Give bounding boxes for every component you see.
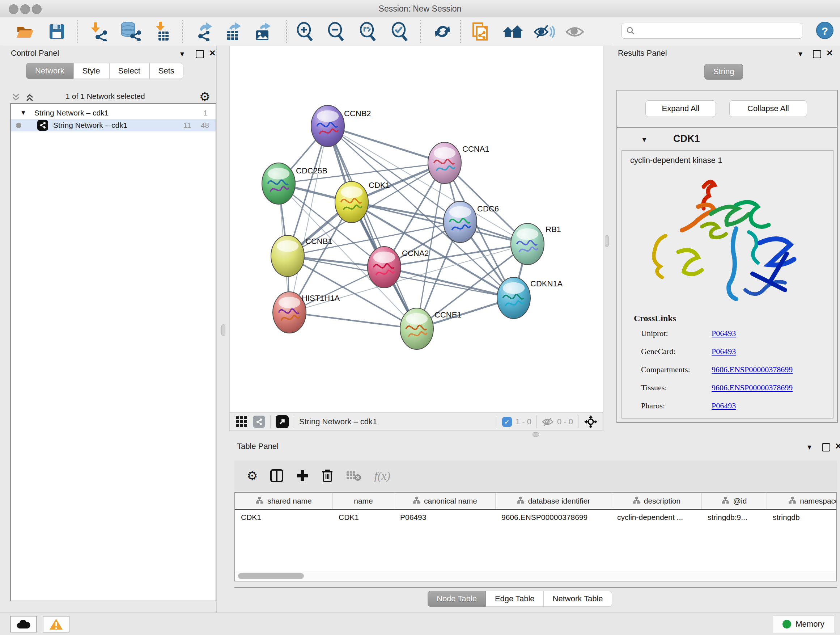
zoom-selected-icon[interactable] — [390, 22, 409, 41]
edge-CCNB2-CCNA1[interactable] — [328, 126, 445, 163]
table-cell[interactable]: CDK1 — [333, 513, 394, 522]
column-header-namespace[interactable]: namespace — [767, 493, 837, 509]
network-canvas[interactable]: CCNB2CCNA1CDC25BCDK1CDC6RB1CCNB1CCNA2CDK… — [229, 46, 603, 413]
export-network-icon[interactable] — [195, 22, 214, 41]
selected-checkbox-icon[interactable]: ✓ — [502, 417, 512, 427]
tab-edge-table[interactable]: Edge Table — [486, 591, 544, 607]
import-database-icon[interactable] — [118, 22, 142, 41]
column-header-name[interactable]: name — [333, 493, 394, 509]
panel-float-button[interactable]: ▾ — [798, 49, 802, 59]
search-input[interactable] — [635, 27, 792, 35]
hidden-eye-slash-icon[interactable] — [542, 417, 554, 426]
node-label-CCNA1: CCNA1 — [462, 144, 489, 154]
left-splitter-handle[interactable] — [221, 325, 225, 336]
node-CDKN1A[interactable] — [497, 277, 531, 318]
panel-close-button[interactable]: ✕ — [826, 49, 833, 58]
delete-column-trash-icon[interactable] — [321, 469, 333, 483]
column-header-shared-name[interactable]: shared name — [235, 493, 333, 509]
network-type-icon[interactable] — [253, 416, 265, 428]
table-cell[interactable]: stringdb — [767, 513, 837, 522]
network-options-gear-icon[interactable]: ⚙ — [199, 90, 210, 103]
network-row-selected[interactable]: String Network – cdk1 11 48 — [11, 119, 216, 131]
open-session-icon[interactable] — [15, 22, 35, 41]
scrollbar-thumb[interactable] — [238, 573, 304, 579]
panel-maximize-button[interactable] — [822, 443, 830, 451]
table-cell[interactable]: cyclin-dependent ... — [611, 513, 702, 522]
edge-HIST1H1A-CCNE1[interactable] — [289, 312, 417, 329]
export-image-icon[interactable] — [253, 22, 273, 41]
help-button[interactable]: ? — [816, 22, 834, 39]
tab-node-table[interactable]: Node Table — [428, 591, 486, 607]
memory-button[interactable]: Memory — [773, 615, 834, 633]
zoom-out-icon[interactable] — [326, 22, 346, 41]
panel-maximize-button[interactable] — [196, 50, 204, 58]
tab-network[interactable]: Network — [26, 63, 73, 79]
birds-eye-view-icon[interactable] — [235, 416, 248, 428]
search-box[interactable] — [622, 23, 802, 39]
edge-CCNB2-HIST1H1A[interactable] — [289, 126, 328, 312]
tab-select[interactable]: Select — [109, 63, 149, 79]
node-RB1[interactable] — [511, 223, 544, 264]
expand-all-button[interactable]: Expand All — [645, 100, 716, 117]
edge-CCNB2-CCNE1[interactable] — [328, 126, 417, 329]
node-CDC25B[interactable] — [262, 163, 295, 204]
column-header-description[interactable]: description — [611, 493, 702, 509]
node-CCNB1[interactable] — [271, 235, 304, 277]
column-header-canonical-name[interactable]: canonical name — [394, 493, 496, 509]
table-cell[interactable]: stringdb:9... — [702, 513, 767, 522]
import-network-icon[interactable] — [90, 22, 109, 41]
crosslink-value-link[interactable]: 9606.ENSP00000378699 — [712, 365, 793, 374]
tab-style[interactable]: Style — [73, 63, 109, 79]
bottom-splitter-handle[interactable] — [532, 432, 539, 437]
panel-maximize-button[interactable] — [813, 50, 821, 58]
warning-status-button[interactable] — [43, 616, 69, 632]
column-header--id[interactable]: @id — [702, 493, 767, 509]
string-network-graph[interactable]: CCNB2CCNA1CDC25BCDK1CDC6RB1CCNB1CCNA2CDK… — [230, 46, 603, 412]
zoom-in-icon[interactable] — [295, 22, 315, 41]
horizontal-scrollbar[interactable] — [236, 572, 836, 580]
cloud-status-button[interactable] — [10, 616, 37, 632]
crosslink-value-link[interactable]: P06493 — [712, 401, 736, 410]
tab-network-table[interactable]: Network Table — [544, 591, 612, 607]
hide-eye-icon[interactable] — [533, 22, 555, 41]
collapse-all-button[interactable]: Collapse All — [729, 100, 807, 117]
table-options-gear-icon[interactable]: ⚙ — [247, 470, 257, 482]
panel-close-button[interactable]: ✕ — [209, 49, 216, 58]
zoom-fit-icon[interactable] — [358, 22, 378, 41]
node-CCNA2[interactable] — [368, 247, 401, 288]
network-collection-row[interactable]: ▼ String Network – cdk1 1 — [11, 107, 216, 119]
node-CCNE1[interactable] — [400, 308, 433, 349]
crosslink-value-link[interactable]: 9606.ENSP00000378699 — [712, 383, 793, 392]
tab-string[interactable]: String — [704, 64, 743, 80]
show-eye-icon[interactable] — [565, 22, 584, 41]
node-HIST1H1A[interactable] — [273, 292, 306, 333]
table-cell[interactable]: 9606.ENSP00000378699 — [496, 513, 611, 522]
column-header-database-identifier[interactable]: database identifier — [496, 493, 611, 509]
open-in-window-icon[interactable] — [276, 415, 289, 428]
node-CDK1[interactable] — [335, 181, 368, 223]
home-networks-icon[interactable] — [501, 22, 524, 41]
node-CCNA1[interactable] — [428, 142, 461, 184]
copy-document-icon[interactable] — [471, 22, 491, 41]
refresh-view-icon[interactable] — [433, 22, 452, 41]
export-table-icon[interactable] — [224, 22, 243, 41]
node-CCNB2[interactable] — [311, 105, 344, 147]
tab-sets[interactable]: Sets — [149, 63, 183, 79]
panel-float-button[interactable]: ▾ — [180, 49, 184, 59]
show-column-panel-icon[interactable] — [270, 469, 284, 483]
panel-float-button[interactable]: ▾ — [807, 442, 812, 452]
save-session-icon[interactable] — [47, 22, 66, 41]
panel-close-button[interactable]: ✕ — [835, 442, 840, 451]
crosslink-value-link[interactable]: P06493 — [712, 347, 736, 356]
section-collapse-arrow-icon[interactable]: ▼ — [641, 136, 647, 144]
create-column-plus-icon[interactable] — [296, 469, 309, 482]
pan-crosshair-icon[interactable] — [584, 415, 598, 429]
table-cell[interactable]: P06493 — [394, 513, 496, 522]
crosslink-value-link[interactable]: P06493 — [712, 329, 736, 338]
table-cell[interactable]: CDK1 — [235, 513, 333, 522]
import-table-icon[interactable] — [153, 22, 173, 41]
right-splitter-handle[interactable] — [605, 235, 609, 247]
table-row[interactable]: CDK1CDK1P064939606.ENSP00000378699cyclin… — [235, 510, 836, 525]
node-CDC6[interactable] — [444, 201, 477, 242]
tree-expand-arrow-icon[interactable]: ▼ — [20, 109, 27, 117]
